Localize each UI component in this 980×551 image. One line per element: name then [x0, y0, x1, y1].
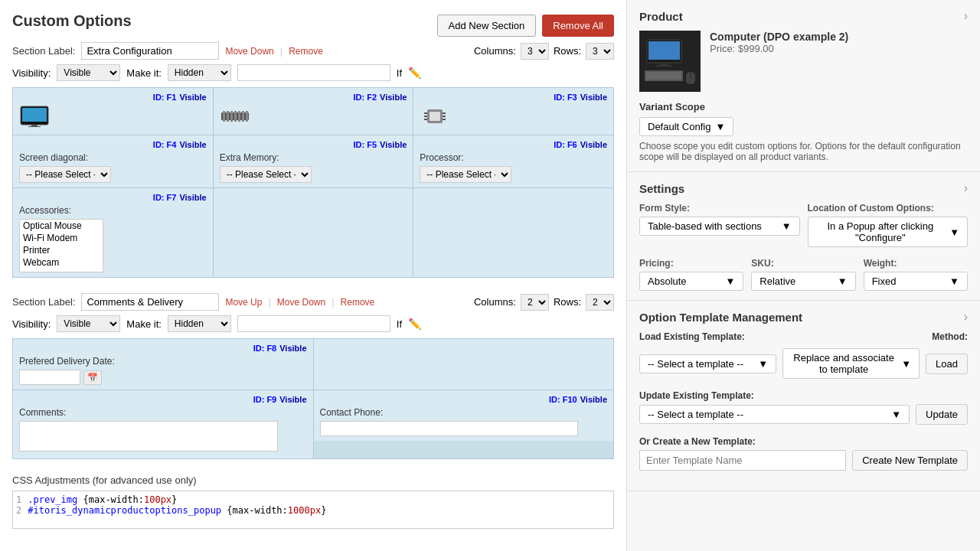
code-content[interactable]: .prev_img {max-width:100px} #itoris_dyna… — [28, 494, 610, 525]
cell-f7[interactable]: ID: F7 Visible Accessories: Optical Mous… — [13, 188, 214, 278]
code-line-2: #itoris_dynamicproductoptions_popup {max… — [28, 505, 610, 516]
load-template-controls: -- Select a template -- ▼ Replace and as… — [639, 348, 968, 379]
cell-f8[interactable]: ID: F8 Visible Prefered Delivery Date: 📅 — [13, 339, 314, 390]
calendar-button[interactable]: 📅 — [83, 370, 102, 385]
visibility-row-2: Visibility: VisibleHidden Make it: Hidde… — [12, 315, 614, 332]
cell-f7-visible: Visible — [179, 193, 206, 202]
columns-select-2[interactable]: 2134 — [521, 294, 549, 311]
cell-f7-id: ID: F7 — [153, 193, 177, 202]
settings-section-title: Settings — [639, 182, 684, 195]
location-group: Location of Custom Options: In a Popup a… — [808, 203, 969, 247]
cell-f5[interactable]: ID: F5 Visible Extra Memory: -- Please S… — [213, 135, 413, 188]
list-item[interactable]: Printer — [20, 244, 103, 256]
variant-scope-dropdown[interactable]: Default Config ▼ — [639, 117, 733, 136]
list-item[interactable]: Wi-Fi Modem — [20, 232, 103, 244]
field-f4-label: Screen diagonal: — [19, 152, 207, 163]
product-section-header: Product › — [639, 9, 968, 23]
grid-row-3-accessories: ID: F7 Visible Accessories: Optical Mous… — [13, 188, 614, 278]
product-details: Computer (DPO example 2) Price: $999.00 — [710, 31, 968, 54]
pricing-value: Absolute — [648, 276, 687, 287]
location-label: Location of Custom Options: — [808, 203, 969, 214]
remove-all-button[interactable]: Remove All — [542, 15, 614, 37]
list-item[interactable]: Webcam — [20, 256, 103, 269]
load-button[interactable]: Load — [926, 354, 968, 374]
cell-f4[interactable]: ID: F4 Visible Screen diagonal: -- Pleas… — [13, 135, 214, 188]
cell-empty-s2-1 — [313, 339, 614, 390]
remove-link-2[interactable]: Remove — [341, 297, 375, 308]
condition-input-1[interactable] — [237, 64, 390, 81]
product-chevron-icon[interactable]: › — [964, 9, 968, 23]
sku-dropdown[interactable]: Relative ▼ — [751, 272, 855, 291]
columns-select-1[interactable]: 3124 — [521, 43, 549, 60]
cell-f6[interactable]: ID: F6 Visible Processor: -- Please Sele… — [413, 135, 614, 188]
cell-f9[interactable]: ID: F9 Visible Comments: — [13, 390, 314, 459]
create-template-button[interactable]: Create New Template — [852, 450, 968, 471]
cell-f5-visible: Visible — [380, 140, 407, 149]
cell-f2-inner: ID: F2 Visible — [214, 88, 413, 135]
method-label: Method: — [932, 331, 968, 342]
update-template-row: Update Existing Template: -- Select a te… — [639, 390, 968, 425]
if-button-2[interactable]: ✏️ — [408, 318, 421, 330]
location-dropdown[interactable]: In a Popup after clicking "Configure" ▼ — [808, 217, 969, 247]
remove-link-1[interactable]: Remove — [289, 46, 323, 57]
cell-f8-inner: ID: F8 Visible Prefered Delivery Date: 📅 — [13, 339, 313, 390]
cell-f2[interactable]: ID: F2 Visible — [213, 88, 413, 135]
field-f7-listbox[interactable]: Optical Mouse Wi-Fi Modem Printer Webcam — [19, 219, 103, 272]
add-section-button[interactable]: Add New Section — [437, 15, 537, 37]
field-f4-select[interactable]: -- Please Select -- — [19, 166, 111, 183]
update-button[interactable]: Update — [916, 404, 968, 425]
create-template-input[interactable] — [639, 450, 846, 471]
svg-rect-23 — [655, 65, 672, 67]
cell-f10[interactable]: ID: F10 Visible Contact Phone: — [313, 390, 614, 459]
pricing-dropdown[interactable]: Absolute ▼ — [639, 272, 743, 291]
list-item[interactable]: Optical Mouse — [20, 220, 103, 232]
separator-1: | — [280, 45, 283, 57]
make-it-select-2[interactable]: HiddenVisible — [168, 315, 231, 332]
cell-f2-visible: Visible — [380, 93, 407, 102]
date-input[interactable] — [19, 370, 80, 385]
update-label-wrap: Update Existing Template: — [639, 390, 968, 401]
cell-f1[interactable]: ID: F1 Visible — [13, 88, 214, 135]
rows-select-2[interactable]: 2134 — [586, 294, 614, 311]
update-template-select[interactable]: -- Select a template -- ▼ — [639, 405, 910, 424]
section-label-input-1[interactable] — [81, 42, 219, 60]
rows-select-1[interactable]: 3124 — [586, 43, 614, 60]
settings-chevron-icon[interactable]: › — [964, 181, 968, 195]
product-image — [639, 31, 701, 92]
field-f6-label: Processor: — [420, 152, 607, 163]
field-f5-select[interactable]: -- Please Select -- — [220, 166, 312, 183]
section-2-grid: ID: F8 Visible Prefered Delivery Date: 📅 — [12, 338, 614, 459]
template-chevron-icon[interactable]: › — [964, 310, 968, 324]
field-f5-label: Extra Memory: — [220, 152, 407, 163]
location-chevron-icon: ▼ — [949, 227, 959, 238]
comments-textarea[interactable] — [19, 421, 278, 452]
section-2: Section Label: Move Up | Move Down | Rem… — [12, 293, 614, 459]
weight-group: Weight: Fixed ▼ — [864, 258, 968, 291]
cols-rows-2: Columns: 2134 Rows: 2134 — [474, 294, 614, 311]
cell-f3[interactable]: ID: F3 Visible — [413, 88, 614, 135]
condition-input-2[interactable] — [237, 315, 390, 332]
cell-f10-id-bar: ID: F10 Visible — [320, 395, 608, 404]
contact-phone-input[interactable] — [320, 421, 579, 436]
computer-image-icon — [643, 34, 697, 88]
form-style-dropdown[interactable]: Table-based with sections ▼ — [639, 217, 800, 236]
section-label-input-2[interactable] — [81, 293, 219, 311]
load-template-select[interactable]: -- Select a template -- ▼ — [639, 354, 776, 373]
move-up-link-2[interactable]: Move Up — [225, 297, 262, 308]
make-it-select-1[interactable]: HiddenVisible — [168, 64, 231, 81]
svg-rect-1 — [22, 108, 47, 122]
visibility-select-1[interactable]: VisibleHidden — [57, 64, 120, 81]
grid-row-2-fields: ID: F4 Visible Screen diagonal: -- Pleas… — [13, 135, 614, 188]
weight-dropdown[interactable]: Fixed ▼ — [864, 272, 968, 291]
move-down-link-1[interactable]: Move Down — [225, 46, 273, 57]
if-button-1[interactable]: ✏️ — [408, 67, 421, 79]
svg-rect-19 — [443, 119, 446, 120]
method-select[interactable]: Replace and associate to template ▼ — [782, 348, 920, 379]
visibility-select-2[interactable]: VisibleHidden — [57, 315, 120, 332]
code-editor[interactable]: 1 2 .prev_img {max-width:100px} #itoris_… — [12, 491, 614, 529]
move-down-link-2[interactable]: Move Down — [277, 297, 325, 308]
field-f6-select[interactable]: -- Please Select -- — [420, 166, 511, 183]
weight-chevron-icon: ▼ — [949, 276, 959, 287]
cell-f5-id-bar: ID: F5 Visible — [220, 140, 407, 149]
product-section: Product › — [627, 0, 980, 172]
